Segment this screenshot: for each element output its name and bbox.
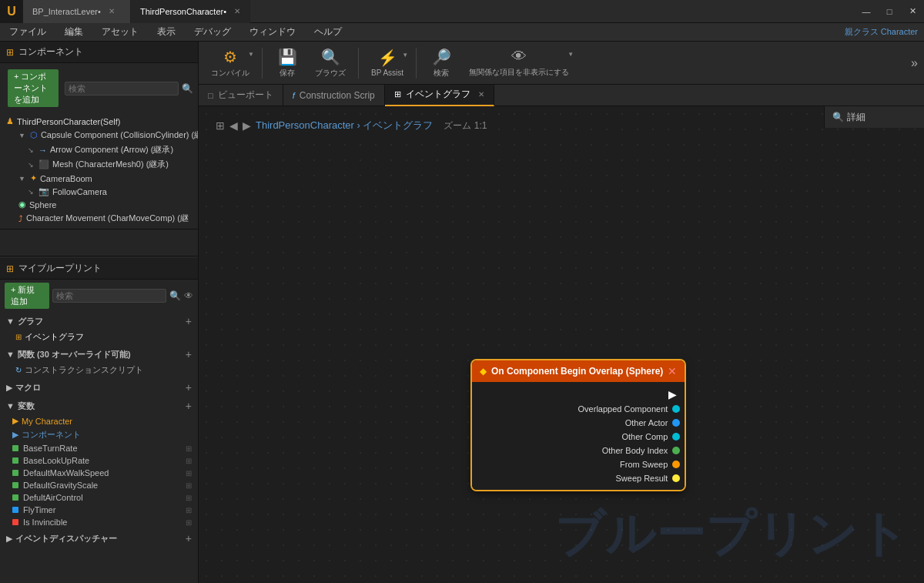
component-search-input[interactable] (65, 82, 179, 95)
minimize-button[interactable]: — (855, 0, 878, 23)
dispatchers-add-button[interactable]: + (186, 532, 192, 544)
variables-arrow-icon: ▼ (6, 401, 15, 410)
functions-add-button[interactable]: + (186, 348, 192, 360)
var-fly-timer[interactable]: FlyTimer ⊞ (0, 504, 198, 516)
eventgraph-tab-label: イベントグラフ (406, 88, 470, 101)
menu-debug[interactable]: デバッグ (191, 24, 234, 40)
nav-forward-button[interactable]: ▶ (243, 119, 251, 132)
pin-other-body-index-label: Other Body Index (480, 446, 668, 455)
tab-eventgraph[interactable]: ⊞ イベントグラフ ✕ (385, 85, 494, 106)
graph-section-label: グラフ (18, 316, 43, 327)
graph-add-button[interactable]: + (186, 315, 192, 327)
pin-sweep-result[interactable]: Sweep Result (472, 471, 685, 485)
overlap-node[interactable]: ◆ On Component Begin Overlap (Sphere) ✕ … (472, 360, 685, 490)
var-arrow-1: ⊞ (186, 444, 192, 453)
tree-arrow-arrow: ↘ (28, 146, 34, 154)
tab-third-person-label: ThirdPersonCharacter• (140, 7, 226, 16)
menu-view[interactable]: 表示 (154, 24, 179, 40)
tree-item-movement[interactable]: ⤴ Character Movement (CharMoveComp) (継 (0, 211, 198, 226)
add-component-button[interactable]: + コンポーネントを追加 (8, 69, 59, 107)
menu-help[interactable]: ヘルプ (311, 24, 345, 40)
my-character-group[interactable]: ▶ My Character (0, 414, 198, 427)
event-graph-item[interactable]: ⊞ イベントグラフ (0, 330, 198, 344)
construction-script-item[interactable]: ↻ コンストラクションスクリプト (0, 363, 198, 377)
visibility-icon[interactable]: 👁 (184, 290, 193, 301)
nav-back-button[interactable]: ◀ (229, 119, 238, 132)
var-fly-timer-label: FlyTimer (23, 505, 55, 514)
variables-section-header[interactable]: ▼ 変数 + (0, 397, 198, 414)
close-button[interactable]: ✕ (901, 0, 924, 23)
variables-add-button[interactable]: + (186, 400, 192, 412)
parent-class: 親クラス Character (845, 26, 918, 38)
hide-button[interactable]: 👁 無関係な項目を非表示にする ▼ (463, 45, 575, 81)
menu-asset[interactable]: アセット (99, 24, 142, 40)
pin-other-body-index-dot (672, 447, 680, 454)
pin-other-comp-dot (672, 433, 680, 441)
compile-label: コンパイル (211, 68, 249, 79)
tree-item-sphere[interactable]: ◉ Sphere (0, 198, 198, 211)
sphere-icon: ◉ (18, 199, 26, 209)
blueprint-canvas[interactable]: ⊞ ◀ ▶ ThirdPersonCharacter › イベントグラフ ズーム… (199, 106, 924, 583)
pin-other-comp[interactable]: Other Comp (472, 430, 685, 444)
tree-item-capsule[interactable]: ▼ ⬡ Capsule Component (CollisionCylinder… (0, 128, 198, 142)
hide-icon: 👁 (511, 48, 527, 65)
camera-boom-icon: ✦ (30, 173, 37, 183)
graph-section-header[interactable]: ▼ グラフ + (0, 313, 198, 330)
blueprint-search-input[interactable] (52, 289, 166, 303)
save-button[interactable]: 💾 保存 (269, 45, 306, 82)
functions-section-header[interactable]: ▼ 関数 (30 オーバーライド可能) + (0, 346, 198, 363)
menu-edit[interactable]: 編集 (62, 24, 86, 40)
tree-item-cameraboom[interactable]: ▼ ✦ CameraBoom (0, 172, 198, 185)
nav-home-button[interactable]: ⊞ (216, 119, 225, 132)
exec-out-pin[interactable]: ▶ (668, 388, 677, 400)
var-dot-red (12, 519, 18, 525)
blueprint-icon: ⊞ (6, 263, 14, 274)
tree-item-sphere-label: Sphere (29, 200, 56, 209)
my-blueprint-title: マイブループリント (18, 262, 102, 275)
var-default-max-walk[interactable]: DefaultMaxWalkSpeed ⊞ (0, 467, 198, 479)
node-title: On Component Begin Overlap (Sphere) (491, 366, 663, 377)
tab-bp-interact[interactable]: BP_InteractLever• ✕ (23, 0, 131, 23)
var-base-turn-rate[interactable]: BaseTurnRate ⊞ (0, 442, 198, 454)
pin-other-actor[interactable]: Other Actor (472, 416, 685, 430)
tree-item-mesh[interactable]: ↘ ⬛ Mesh (CharacterMesh0) (継承) (0, 157, 198, 172)
tree-item-followcamera[interactable]: ↘ 📷 FollowCamera (0, 185, 198, 198)
tab-viewport[interactable]: □ ビューポート (199, 85, 283, 106)
var-dot-green-1 (12, 445, 18, 451)
functions-section: ▼ 関数 (30 オーバーライド可能) + ↻ コンストラクションスクリプト (0, 345, 198, 378)
pin-overlapped-component[interactable]: Overlapped Component (472, 402, 685, 416)
eventgraph-tab-close[interactable]: ✕ (478, 90, 484, 99)
search-button[interactable]: 🔎 検索 (423, 45, 460, 82)
pin-sweep-result-label: Sweep Result (480, 474, 668, 483)
var-base-lookup-rate[interactable]: BaseLookUpRate ⊞ (0, 454, 198, 467)
pin-from-sweep[interactable]: From Sweep (472, 457, 685, 471)
tree-item-arrow[interactable]: ↘ → Arrow Component (Arrow) (継承) (0, 142, 198, 157)
tree-item-self[interactable]: ♟ ThirdPersonCharacter(Self) (0, 115, 198, 128)
browse-button[interactable]: 🔍 ブラウズ (309, 45, 352, 82)
bpassist-icon: ⚡ (378, 49, 397, 67)
tab-bp-interact-close[interactable]: ✕ (109, 7, 115, 15)
compile-button[interactable]: ⚙ コンパイル ▼ (205, 45, 256, 82)
var-is-invincible[interactable]: Is Invincible ⊞ (0, 516, 198, 528)
breadcrumb-root[interactable]: ThirdPersonCharacter (256, 119, 354, 131)
tab-third-person-close[interactable]: ✕ (234, 7, 240, 15)
more-button[interactable]: » (911, 56, 918, 70)
event-graph-icon: ⊞ (15, 333, 22, 341)
pin-other-body-index[interactable]: Other Body Index (472, 444, 685, 457)
macros-section-header[interactable]: ▶ マクロ + (0, 379, 198, 396)
node-close-button[interactable]: ✕ (668, 365, 677, 377)
menu-file[interactable]: ファイル (6, 24, 49, 40)
component-group[interactable]: ▶ コンポーネント (0, 427, 198, 442)
menu-window[interactable]: ウィンドウ (246, 24, 299, 40)
details-label: 詳細 (847, 111, 865, 124)
tab-third-person[interactable]: ThirdPersonCharacter• ✕ (131, 0, 250, 23)
var-defult-air-control[interactable]: DefultAirControl ⊞ (0, 491, 198, 504)
dispatchers-section-header[interactable]: ▶ イベントディスパッチャー + (0, 530, 198, 547)
tab-construction[interactable]: f Construction Scrip (283, 85, 385, 106)
var-default-gravity[interactable]: DefaultGravityScale ⊞ (0, 479, 198, 491)
macros-add-button[interactable]: + (186, 381, 192, 394)
compile-arrow-icon: ▼ (248, 51, 254, 58)
bpassist-button[interactable]: ⚡ BP Assist ▼ (365, 45, 410, 80)
new-variable-button[interactable]: + 新規追加 (5, 283, 49, 309)
maximize-button[interactable]: □ (878, 0, 901, 23)
